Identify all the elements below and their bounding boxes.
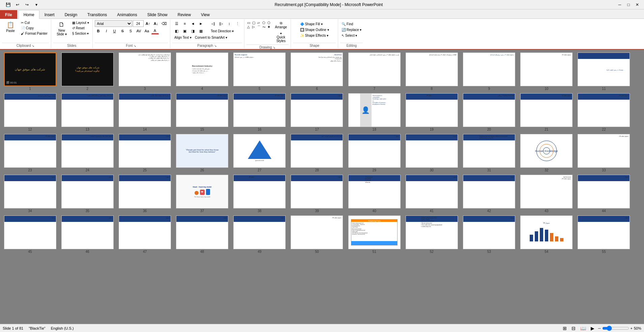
bold-button[interactable]: B xyxy=(95,28,102,34)
increase-font-btn[interactable]: A↑ xyxy=(144,20,152,27)
slide-thumb-28[interactable]: آموزش فرصت/منو عنصر به سبعت، آموزش "فرصت… xyxy=(290,134,344,172)
columns-button[interactable]: ⋮ xyxy=(234,20,241,27)
char-spacing-button[interactable]: AV xyxy=(135,28,143,34)
slide-thumb-22[interactable]: Employment Security محتوای اسلاید 22... … xyxy=(577,93,631,131)
tab-view[interactable]: View xyxy=(196,10,215,19)
slide-thumb-25[interactable]: اسلاید 25 محتوا... 25 xyxy=(117,134,172,172)
slide-thumb-4[interactable]: Recruitment Industry • online member 16 … xyxy=(175,53,230,91)
slideshow-btn[interactable]: ▶ xyxy=(590,325,595,331)
case-button[interactable]: Aa xyxy=(143,28,151,34)
line-spacing-button[interactable]: ↕ xyxy=(226,20,233,27)
slide-thumb-36[interactable]: اسلاید 36 محتوا... 36 xyxy=(117,175,172,213)
slide-thumb-54[interactable]: نمودار 54 54 xyxy=(519,215,574,254)
slide-thumb-12[interactable]: People Objectives اهداف نیروی انسانی و ا… xyxy=(3,93,57,131)
slide-thumb-20[interactable]: Selective hiring: 2 Franklin Roosevelt د… xyxy=(462,93,516,131)
font-color-button[interactable]: A xyxy=(151,28,159,34)
slide-thumb-17[interactable]: اسلاید 17 محتوا... 17 xyxy=(290,93,344,131)
align-center-button[interactable]: ▣ xyxy=(181,28,188,34)
shape-outline-button[interactable]: 🔲 Shape Outline ▾ xyxy=(299,27,330,32)
slide-sorter-btn[interactable]: ⊟ xyxy=(570,325,577,331)
slide-thumb-13[interactable]: محتوای 13 شرکت‌های موفق حقوق و مزایا بر … xyxy=(60,93,115,131)
dec-indent-button[interactable]: ◄ xyxy=(189,20,197,27)
normal-view-btn[interactable]: ⊞ xyxy=(562,325,568,331)
slide-thumb-53[interactable]: اسلاید 53 محتوا... 53 xyxy=(462,215,516,254)
slide-thumb-15[interactable]: اسلاید 15 محتوای اسلاید 15... 15 xyxy=(175,93,230,131)
underline-button[interactable]: U xyxy=(111,28,118,34)
shape-rect[interactable]: ▭ xyxy=(247,21,252,25)
slide-thumb-42[interactable]: اسلاید 42 محتوا... 42 xyxy=(462,175,516,213)
slide-thumb-18[interactable]: 👤 This business is comparable...knowledg… xyxy=(347,93,402,131)
slide-thumb-45[interactable]: اسلاید 45 محتوا... 45 xyxy=(3,215,57,254)
close-btn[interactable]: ✕ xyxy=(633,1,641,8)
clear-format-btn[interactable]: ⌫ xyxy=(160,20,168,27)
slide-thumb-44[interactable]: اسلاید 44 محتوا... 44 xyxy=(577,175,631,213)
tab-insert[interactable]: Insert xyxy=(39,10,60,19)
reset-button[interactable]: ↺ Reset xyxy=(71,26,90,31)
slide-thumb-5[interactable]: Recruiter magazine محتوا و اطلاعات در مو… xyxy=(232,53,287,91)
decrease-font-btn[interactable]: A↓ xyxy=(152,20,160,27)
align-right-button[interactable]: ◨ xyxy=(189,28,197,34)
slide-thumb-6[interactable]: Good Grow... متن توضیح درباره استخدام و … xyxy=(290,53,344,91)
cut-button[interactable]: ✂ Cut xyxy=(20,20,49,25)
minimize-btn[interactable]: ─ xyxy=(616,1,624,8)
ltr-button[interactable]: |▷ xyxy=(217,20,225,27)
slide-thumb-39[interactable]: rapid learning... محتوا... 39 xyxy=(290,175,344,213)
select-button[interactable]: ↖ Select ▾ xyxy=(340,33,358,38)
new-slide-button[interactable]: 🗋 NewSlide ▾ xyxy=(53,20,70,37)
slide-thumb-29[interactable]: اسلاید 29 محتوا... 29 xyxy=(347,134,402,172)
slide-panel[interactable]: شرکت های موفق جهان 🎬 00:01 1 شرکت های مو… xyxy=(0,50,634,324)
slide-thumb-30[interactable]: اسلاید 30 محتوا... 30 xyxy=(404,134,459,172)
slide-thumb-11[interactable]: First who, Then what توضیحات در مورد اول… xyxy=(577,53,631,91)
slide-thumb-47[interactable]: اسلاید 47 محتوا... 47 xyxy=(117,215,172,254)
slide-thumb-37[interactable]: Head – heart-leg model ❤ The head, heart… xyxy=(175,175,230,213)
undo-btn[interactable]: ↩ xyxy=(13,1,22,8)
replace-button[interactable]: 🔄 Replace ▾ xyxy=(340,27,363,32)
slide-thumb-48[interactable]: Competency based mus... محتوا... 48 xyxy=(175,215,230,254)
shape-snip[interactable]: ▱ xyxy=(257,21,262,25)
shape-arc[interactable]: ⌒ xyxy=(257,25,262,30)
paste-button[interactable]: 📋 Paste xyxy=(2,20,19,34)
arrange-button[interactable]: ⧉ Arrange xyxy=(273,20,289,30)
redo-btn[interactable]: ↪ xyxy=(23,1,31,8)
shape-star[interactable]: ★ xyxy=(267,25,272,30)
zoom-slider[interactable] xyxy=(602,326,629,331)
shape-tri[interactable]: △ xyxy=(247,25,252,30)
tab-file[interactable]: File xyxy=(0,10,17,19)
slide-thumb-38[interactable]: Connection problems اسلاید 38... 38 xyxy=(232,175,287,213)
find-button[interactable]: 🔍 Find xyxy=(340,22,354,27)
slide-thumb-40[interactable]: هکذا مور کاری موفق عمل 1-Successes2-Inst… xyxy=(347,175,402,213)
slide-thumb-26[interactable]: "People get hired for what they knowbut … xyxy=(175,134,230,172)
slide-thumb-23[interactable]: اسلاید 23 محتوای اسلاید 23... 23 xyxy=(3,134,57,172)
slide-thumb-50[interactable]: محتوای اسلاید 50... 50 xyxy=(290,215,344,254)
slide-thumb-14[interactable]: اسلاید 14 در شرکت‌های موفق فرهنگ بالاتری… xyxy=(117,93,172,131)
numbering-button[interactable]: ≡ xyxy=(181,20,188,27)
rtl-button[interactable]: ◁| xyxy=(209,20,217,27)
shape-wave[interactable]: 〜 xyxy=(262,25,267,30)
slide-thumb-32[interactable]: Human Knowledge 32 xyxy=(519,134,574,172)
slide-thumb-8[interactable]: اطلاعات و توضیحات اسلاید 8 درباره فرآیند… xyxy=(404,53,459,91)
section-button[interactable]: § Section ▾ xyxy=(71,31,90,36)
slide-thumb-46[interactable]: سالار داری محتوا... 46 xyxy=(60,215,115,254)
slide-thumb-52[interactable]: Management risk list • Career advancemen… xyxy=(404,215,459,254)
tab-home[interactable]: Home xyxy=(19,10,39,19)
tab-design[interactable]: Design xyxy=(60,10,82,19)
tab-review[interactable]: Review xyxy=(173,10,196,19)
slide-thumb-24[interactable]: اسلاید 24 محتوای اسلاید 24 درباره مدیریت… xyxy=(60,134,115,172)
shape-more[interactable]: ⬡ xyxy=(267,21,272,25)
tab-transitions[interactable]: Transitions xyxy=(82,10,112,19)
layout-button[interactable]: ▦ Layout ▾ xyxy=(71,20,90,25)
slide-thumb-41[interactable]: Job personality fitness محتوا... 41 xyxy=(404,175,459,213)
convert-smartart-button[interactable]: Convert to SmartArt ▾ xyxy=(194,35,229,40)
font-name-select[interactable]: ArialCalibriTimes New Roman xyxy=(95,20,132,27)
slide-thumb-1[interactable]: شرکت های موفق جهان 🎬 00:01 1 xyxy=(3,53,57,91)
slide-thumb-10[interactable]: محتوای اسلاید 10 10 xyxy=(519,53,574,91)
slide-thumb-33[interactable]: محتوای اسلاید 33... 33 xyxy=(577,134,631,172)
font-size-input[interactable] xyxy=(133,20,144,27)
align-left-button[interactable]: ◧ xyxy=(173,28,180,34)
shape-fill-button[interactable]: 🔷 Shape Fill ▾ xyxy=(299,22,324,27)
slide-thumb-49[interactable]: مقدمه محتوا... 49 xyxy=(232,215,287,254)
align-text-button[interactable]: Align Text ▾ xyxy=(173,35,193,40)
slide-thumb-55[interactable]: تحلیل مدل محتوا... 55 xyxy=(577,215,631,254)
strikethrough-button[interactable]: S xyxy=(119,28,126,34)
zoom-in-btn[interactable]: + xyxy=(631,326,633,330)
